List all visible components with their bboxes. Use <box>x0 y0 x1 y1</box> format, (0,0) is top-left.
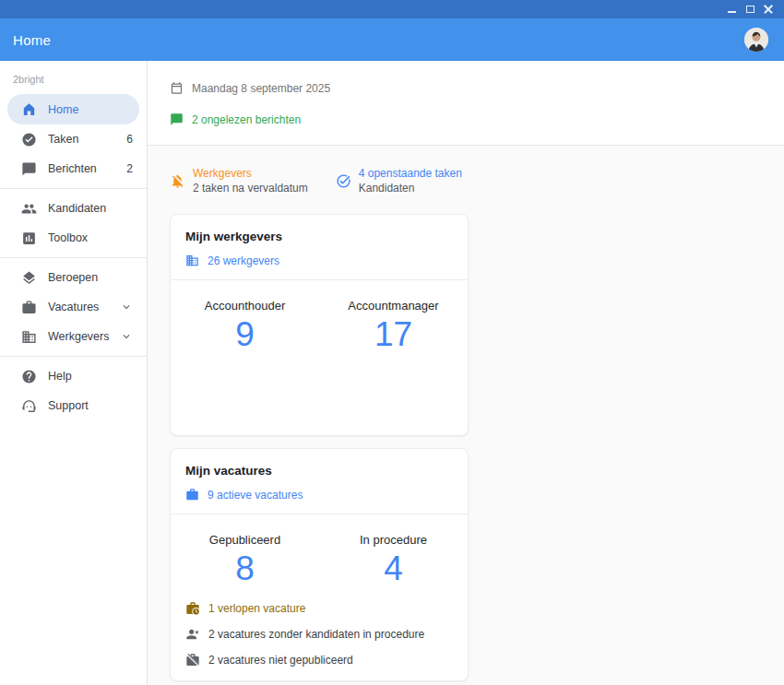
main-header: Maandag 8 september 2025 2 ongelezen ber… <box>148 61 784 146</box>
stat-value: 9 <box>171 315 319 354</box>
sidebar-item-support[interactable]: Support <box>0 391 147 420</box>
link-text: 26 werkgevers <box>208 254 279 267</box>
werkgevers-link[interactable]: 26 werkgevers <box>185 254 453 267</box>
close-icon <box>764 5 773 14</box>
sidebar-item-home[interactable]: Home <box>7 94 139 124</box>
sidebar-item-label: Support <box>48 399 89 412</box>
main-content: Maandag 8 september 2025 2 ongelezen ber… <box>148 61 784 685</box>
stat-label: Accounthouder <box>171 299 319 313</box>
sidebar-item-vacatures[interactable]: Vacatures <box>0 292 147 322</box>
close-button[interactable] <box>759 0 778 18</box>
layers-icon <box>21 270 38 286</box>
check-circle-icon <box>21 132 38 148</box>
chat-icon <box>21 161 38 177</box>
brand-label: 2bright <box>0 70 147 94</box>
stat-label: Accountmanager <box>319 299 468 313</box>
sidebar-divider <box>0 257 147 258</box>
card-title: Mijn vacatures <box>185 464 453 478</box>
task-check-icon <box>336 173 351 189</box>
zonder-kandidaten-alert[interactable]: 2 vacatures zonder kandidaten in procedu… <box>185 627 453 642</box>
stat-accountmanager[interactable]: Accountmanager 17 <box>319 299 468 354</box>
alert-title: Werkgevers <box>193 167 308 180</box>
sidebar-item-label: Home <box>48 103 78 116</box>
dashboard: Werkgevers 2 taken na vervaldatum 4 open… <box>148 146 784 685</box>
stat-value: 4 <box>319 549 468 588</box>
sidebar-item-label: Toolbox <box>48 231 88 244</box>
app-bar: Home <box>0 18 784 61</box>
sidebar-item-help[interactable]: Help <box>0 361 147 391</box>
briefcase-clock-icon <box>185 601 200 616</box>
briefcase-off-icon <box>185 653 200 667</box>
page-title: Home <box>13 32 51 48</box>
minimize-button[interactable] <box>722 0 741 18</box>
help-icon <box>21 369 38 384</box>
card-title: Mijn werkgevers <box>185 230 453 243</box>
user-avatar[interactable] <box>744 28 768 52</box>
building-icon <box>185 254 199 267</box>
vacature-alerts: 1 verlopen vacature 2 vacatures zonder k… <box>171 594 468 680</box>
stat-label: In procedure <box>319 533 468 547</box>
sidebar-item-label: Berichten <box>48 162 97 175</box>
sidebar-item-label: Beroepen <box>48 271 98 284</box>
chevron-down-icon[interactable] <box>120 301 133 313</box>
minimize-icon <box>728 11 736 13</box>
sidebar-item-beroepen[interactable]: Beroepen <box>0 263 147 292</box>
sidebar-item-toolbox[interactable]: Toolbox <box>0 223 147 253</box>
date-text: Maandag 8 september 2025 <box>192 82 330 95</box>
sidebar-item-label: Help <box>48 370 72 383</box>
alert-text: 2 vacatures niet gepubliceerd <box>208 654 353 667</box>
alert-title: 4 openstaande taken <box>359 167 462 180</box>
stat-accounthouder[interactable]: Accounthouder 9 <box>171 299 319 354</box>
link-text: 9 actieve vacatures <box>208 489 303 502</box>
sidebar-item-kandidaten[interactable]: Kandidaten <box>0 194 147 223</box>
actieve-vacatures-link[interactable]: 9 actieve vacatures <box>185 488 453 502</box>
bell-off-icon <box>170 173 185 189</box>
current-date: Maandag 8 september 2025 <box>170 81 762 95</box>
stat-label: Gepubliceerd <box>171 533 319 547</box>
chevron-down-icon[interactable] <box>120 330 133 343</box>
verlopen-vacature-alert[interactable]: 1 verlopen vacature <box>185 601 453 616</box>
overdue-tasks-alert[interactable]: Werkgevers 2 taken na vervaldatum <box>170 167 308 195</box>
maximize-button[interactable] <box>741 0 759 18</box>
avatar-image <box>744 28 768 52</box>
people-icon <box>21 201 38 217</box>
alert-subtitle: 2 taken na vervaldatum <box>193 182 308 195</box>
stat-gepubliceerd[interactable]: Gepubliceerd 8 <box>171 533 319 588</box>
chart-box-icon <box>21 230 38 246</box>
stat-in-procedure[interactable]: In procedure 4 <box>319 533 468 588</box>
window-titlebar <box>0 0 784 18</box>
sidebar-item-label: Vacatures <box>48 301 99 313</box>
sidebar-item-label: Kandidaten <box>48 202 106 215</box>
alert-strip: Werkgevers 2 taken na vervaldatum 4 open… <box>170 167 769 195</box>
briefcase-icon <box>185 488 199 502</box>
unread-messages-link[interactable]: 2 ongelezen berichten <box>170 112 762 126</box>
building-icon <box>21 329 38 345</box>
briefcase-icon <box>21 300 38 315</box>
niet-gepubliceerd-alert[interactable]: 2 vacatures niet gepubliceerd <box>185 653 453 667</box>
maximize-icon <box>746 6 754 13</box>
card-mijn-werkgevers: Mijn werkgevers 26 werkgevers Accounthou… <box>170 214 469 436</box>
open-tasks-alert[interactable]: 4 openstaande taken Kandidaten <box>336 167 462 195</box>
sidebar-item-label: Taken <box>48 133 78 146</box>
alert-text: 2 vacatures zonder kandidaten in procedu… <box>208 628 424 641</box>
sidebar-item-taken[interactable]: Taken 6 <box>0 124 147 154</box>
sidebar-item-berichten[interactable]: Berichten 2 <box>0 154 147 183</box>
sidebar-item-werkgevers[interactable]: Werkgevers <box>0 322 147 351</box>
alert-text: 1 verlopen vacature <box>208 602 305 615</box>
alert-subtitle: Kandidaten <box>359 182 462 195</box>
calendar-icon <box>170 81 184 95</box>
sidebar: 2bright Home Taken 6 Berichten 2 Kandida… <box>0 61 148 685</box>
home-icon <box>21 101 38 117</box>
person-x-icon <box>185 627 200 642</box>
sidebar-divider <box>0 188 147 189</box>
berichten-count-badge: 2 <box>126 162 133 175</box>
sidebar-item-label: Werkgevers <box>48 330 109 343</box>
card-mijn-vacatures: Mijn vacatures 9 actieve vacatures Gepub… <box>170 448 469 681</box>
card-grid: Mijn werkgevers 26 werkgevers Accounthou… <box>170 214 769 685</box>
unread-text: 2 ongelezen berichten <box>192 113 301 126</box>
sidebar-divider <box>0 356 147 357</box>
taken-count-badge: 6 <box>126 133 133 146</box>
stat-value: 17 <box>319 315 468 354</box>
chat-icon <box>170 112 184 126</box>
support-agent-icon <box>21 398 38 414</box>
